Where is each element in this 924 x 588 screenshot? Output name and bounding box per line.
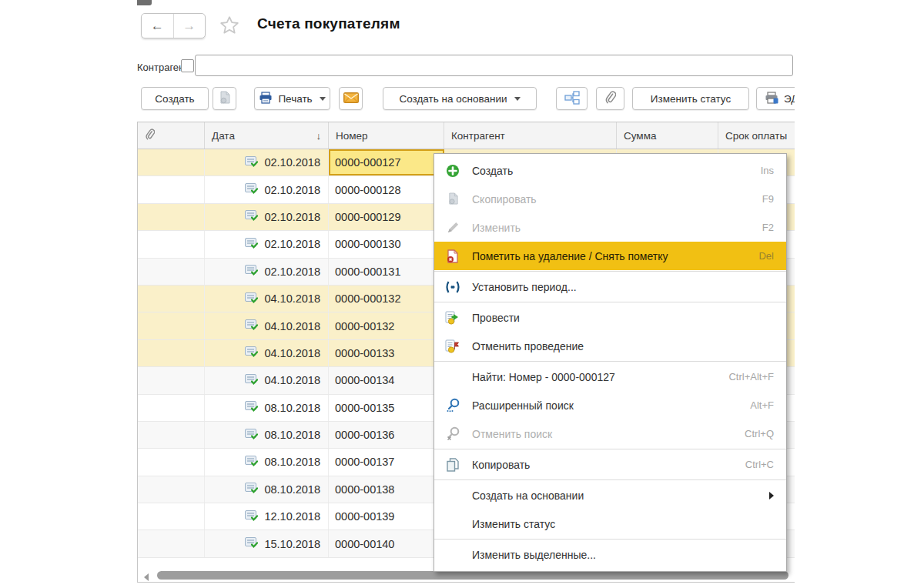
posted-document-icon [245,401,258,414]
related-documents-button[interactable] [556,87,588,110]
posted-document-icon [245,156,258,169]
back-button[interactable]: ← [142,14,173,38]
menu-item-shortcut: Ins [761,165,774,176]
create-button[interactable]: Создать [141,87,209,110]
posted-document-icon [245,456,258,469]
attachment-cell [138,367,205,393]
submenu-arrow-icon [769,492,774,499]
date-cell: 02.10.2018 [205,259,329,285]
date-cell: 02.10.2018 [205,204,329,230]
menu-separator [434,361,786,362]
search-icon [444,398,462,413]
menu-item-label: Провести [472,312,774,324]
attachment-cell [138,176,205,202]
menu-item[interactable]: Изменить статус [434,509,786,538]
send-email-button[interactable] [339,87,363,110]
menu-item-shortcut: Ctrl+C [745,459,774,470]
posted-document-icon [245,483,258,496]
horizontal-scrollbar-thumb[interactable] [157,571,788,580]
contragent-filter-checkbox[interactable] [181,59,194,72]
edo-button[interactable]: ЭД [756,87,795,110]
menu-item-label: Изменить выделенные... [472,549,774,561]
envelope-icon [343,92,359,105]
menu-item-shortcut: Ctrl+Q [745,428,774,439]
contragent-filter-input[interactable] [195,55,793,76]
edo-printer-icon [765,92,778,106]
menu-item-label: Скопировать [472,193,753,205]
attachment-cell [138,204,205,230]
change-status-button[interactable]: Изменить статус [632,87,749,110]
attachment-cell [138,395,205,421]
printer-icon [259,92,273,106]
number-cell: 0000-00139 [329,503,444,530]
menu-item[interactable]: Провести [434,303,786,332]
column-header-contragent[interactable]: Контрагент [444,122,617,149]
menu-item-label: Копировать [472,459,736,471]
menu-item-label: Расширенный поиск [472,399,741,412]
menu-item[interactable]: Изменить выделенные... [434,540,786,569]
number-cell: 0000-00136 [329,422,444,448]
menu-item[interactable]: Отменить проведение [434,332,786,360]
menu-item[interactable]: КопироватьCtrl+C [434,450,786,479]
posted-document-icon [245,210,258,223]
column-header-attachment[interactable] [138,122,205,149]
menu-item[interactable]: Установить период... [434,272,786,301]
menu-separator [434,479,786,480]
column-header-date[interactable]: Дата ↓ [205,122,329,149]
menu-item-label: Отменить проведение [472,340,774,352]
number-cell: 0000-00138 [329,476,444,503]
date-cell: 12.10.2018 [205,503,329,530]
empty-icon [444,547,462,563]
number-cell: 0000-00134 [329,367,444,393]
print-button[interactable]: Печать [254,87,330,110]
menu-item[interactable]: Пометить на удаление / Снять пометкуDel [434,242,786,270]
paperclip-icon [145,129,155,142]
menu-item[interactable]: Найти: Номер - 0000-000127Ctrl+Alt+F [434,362,786,391]
create-based-on-button[interactable]: Создать на основании [383,87,537,110]
menu-item[interactable]: СоздатьIns [434,156,786,185]
number-cell: 0000-000131 [329,259,444,285]
posted-document-icon [245,238,258,251]
page-title: Счета покупателям [257,15,400,32]
posted-document-icon [245,374,258,387]
column-header-sum[interactable]: Сумма [617,122,718,149]
table-header: Дата ↓ Номер Контрагент Сумма Срок оплат… [138,122,795,149]
forward-button: → [173,14,206,38]
date-cell: 02.10.2018 [205,149,329,175]
date-cell: 04.10.2018 [205,286,329,312]
sort-descending-icon: ↓ [316,130,322,142]
attachment-cell [138,259,205,285]
menu-item-label: Найти: Номер - 0000-000127 [472,371,719,383]
date-cell: 08.10.2018 [205,395,329,421]
menu-item-label: Пометить на удаление / Снять пометку [472,250,749,262]
number-cell: 0000-00135 [329,395,444,421]
menu-item[interactable]: Расширенный поискAlt+F [434,391,786,419]
menu-item-shortcut: F2 [762,222,774,233]
attachment-cell [138,286,205,312]
menu-item-label: Установить период... [472,281,774,293]
favorite-star-icon[interactable] [219,15,240,36]
unpost-icon [444,339,462,354]
column-header-number[interactable]: Номер [329,122,444,149]
docdel-icon [444,249,462,264]
dropdown-arrow-icon [320,97,326,101]
attachment-cell [138,530,205,556]
attachments-button[interactable] [596,87,624,110]
menu-item-label: Изменить статус [472,518,774,530]
date-cell: 02.10.2018 [205,231,329,257]
posted-document-icon [245,183,258,196]
menu-separator [434,449,786,449]
context-menu: СоздатьInsСкопироватьF9ИзменитьF2Пометит… [434,153,787,572]
menu-item: СкопироватьF9 [434,185,786,213]
date-cell: 02.10.2018 [205,176,329,202]
menu-item: Отменить поискCtrl+Q [434,419,786,448]
scroll-left-icon[interactable] [144,573,149,581]
number-cell: 0000-000127 [329,149,444,175]
number-cell: 0000-00137 [329,449,444,475]
attachment-cell [138,476,205,503]
attachment-cell [138,312,205,339]
column-header-due-date[interactable]: Срок оплаты [718,122,795,149]
empty-icon [444,369,462,385]
date-cell: 04.10.2018 [205,312,329,339]
menu-item[interactable]: Создать на основании [434,481,786,509]
